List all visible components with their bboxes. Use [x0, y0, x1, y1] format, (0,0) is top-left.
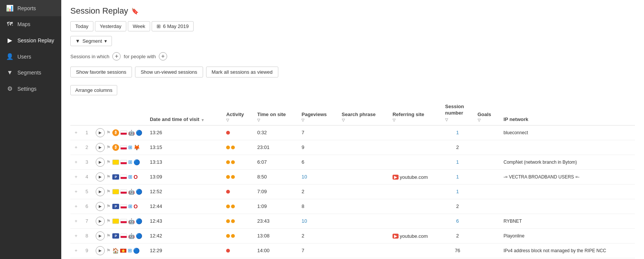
mark-all-viewed-button[interactable]: Mark all sessions as viewed — [206, 67, 278, 78]
filter-funnel-goals-icon: ▽ — [478, 118, 496, 122]
row-add-cell[interactable]: + — [70, 214, 82, 228]
week-button[interactable]: Week — [128, 21, 150, 31]
session-number-link[interactable]: 1 — [456, 189, 459, 194]
show-unviewed-button[interactable]: Show un-viewed sessions — [135, 67, 203, 78]
sidebar-item-session-replay[interactable]: ▶ Session Replay — [0, 32, 61, 48]
add-session-filter-button[interactable]: + — [112, 52, 121, 60]
referring-site-cell — [389, 140, 441, 155]
sidebar-item-settings[interactable]: ⚙ Settings — [0, 81, 61, 97]
flag-button[interactable]: ⚑ — [106, 189, 111, 194]
time-on-site-cell: 14:00 — [253, 243, 298, 258]
segment-dropdown-button[interactable]: ▼ Segment ▾ — [70, 36, 112, 46]
referring-site-cell — [389, 214, 441, 228]
flag-button[interactable]: ⚑ — [106, 144, 111, 150]
sidebar-item-maps[interactable]: 🗺 Maps — [0, 16, 61, 32]
reports-icon: 📊 — [6, 5, 14, 12]
ip-network-cell: blueconnect — [500, 125, 635, 140]
play-session-button[interactable]: ▶ — [96, 202, 105, 211]
row-add-cell[interactable]: + — [70, 155, 82, 169]
row-icons: 🤖🔵 — [112, 189, 142, 195]
chevron-down-icon: ▾ — [104, 38, 107, 44]
row-add-cell[interactable]: + — [70, 199, 82, 214]
sidebar: 📊 Reports 🗺 Maps ▶ Session Replay 👤 User… — [0, 0, 61, 259]
referring-site-cell: ▶youtube.com — [389, 169, 441, 184]
bookmark-icon[interactable]: 🔖 — [131, 8, 139, 15]
th-goals: Goals ▽ — [474, 101, 500, 125]
row-add-cell[interactable]: + — [70, 125, 82, 140]
date-time-cell: 13:09 — [146, 169, 222, 184]
date-picker-button[interactable]: ⊞ 6 May 2019 — [152, 21, 194, 31]
sidebar-item-reports[interactable]: 📊 Reports — [0, 0, 61, 16]
play-session-button[interactable]: ▶ — [96, 128, 105, 137]
activity-cell — [222, 243, 253, 258]
action-bar: Show favorite sessions Show un-viewed se… — [70, 67, 635, 78]
flag-button[interactable]: ⚑ — [106, 174, 111, 180]
row-controls-cell: ▶ ⚑ 🤖🔵 — [92, 184, 146, 199]
ip-network-cell — [500, 199, 635, 214]
row-icons: ₿🤖🔵 — [112, 129, 142, 136]
date-time-cell: 12:29 — [146, 243, 222, 258]
flag-button[interactable]: ⚑ — [106, 130, 111, 135]
row-add-cell[interactable]: + — [70, 140, 82, 155]
row-icons: ⊞🔵 — [112, 159, 140, 165]
segments-icon: ▼ — [6, 69, 14, 76]
date-time-cell: 12:52 — [146, 184, 222, 199]
session-number-link[interactable]: 1 — [456, 159, 459, 165]
play-session-button[interactable]: ▶ — [96, 143, 105, 152]
th-empty1 — [70, 101, 82, 125]
for-people-with-label: for people with — [124, 54, 156, 59]
row-add-cell[interactable]: + — [70, 228, 82, 243]
session-number-cell: 2 — [441, 199, 474, 214]
pageviews-value: 6 — [301, 159, 304, 165]
flag-button[interactable]: ⚑ — [106, 159, 111, 165]
today-button[interactable]: Today — [70, 21, 93, 31]
table-row: + 7 ▶ ⚑ 🤖🔵 12:43 23:43 10 6 RYBNET — [70, 214, 635, 228]
session-number-value: 2 — [456, 144, 459, 150]
sessions-table: Date and time of visit ▼ Activity ▽ Time… — [70, 101, 635, 258]
time-on-site-cell: 1:09 — [253, 199, 298, 214]
play-session-button[interactable]: ▶ — [96, 246, 105, 255]
flag-button[interactable]: ⚑ — [106, 218, 111, 224]
flag-button[interactable]: ⚑ — [106, 248, 111, 253]
pageviews-value: 8 — [301, 203, 304, 209]
date-bar: Today Yesterday Week ⊞ 6 May 2019 — [70, 21, 635, 31]
play-session-button[interactable]: ▶ — [96, 187, 105, 196]
session-number-cell: 1 — [441, 184, 474, 199]
referring-site-cell — [389, 243, 441, 258]
add-people-filter-button[interactable]: + — [159, 52, 167, 60]
activity-cell — [222, 155, 253, 169]
row-add-cell[interactable]: + — [70, 243, 82, 258]
flag-button[interactable]: ⚑ — [106, 203, 111, 209]
search-phrase-cell — [338, 155, 389, 169]
activity-cell — [222, 184, 253, 199]
goals-cell — [474, 228, 500, 243]
session-number-link[interactable]: 1 — [456, 130, 459, 135]
row-controls-cell: ▶ ⚑ ₿⊞🦊 — [92, 140, 146, 155]
flag-button[interactable]: ⚑ — [106, 233, 111, 239]
session-number-link[interactable]: 6 — [456, 218, 459, 224]
sidebar-item-users[interactable]: 👤 Users — [0, 48, 61, 65]
play-session-button[interactable]: ▶ — [96, 158, 105, 167]
activity-cell — [222, 125, 253, 140]
play-session-button[interactable]: ▶ — [96, 172, 105, 181]
goals-cell — [474, 184, 500, 199]
pageviews-link[interactable]: 10 — [301, 174, 307, 180]
session-number-link[interactable]: 1 — [456, 174, 459, 180]
yesterday-button[interactable]: Yesterday — [95, 21, 126, 31]
row-add-cell[interactable]: + — [70, 184, 82, 199]
row-number: 4 — [82, 169, 92, 184]
row-add-cell[interactable]: + — [70, 169, 82, 184]
row-controls-cell: ▶ ⚑ P⊞O — [92, 169, 146, 184]
arrange-columns-button[interactable]: Arrange columns — [70, 85, 117, 95]
pageviews-cell: 10 — [298, 214, 338, 228]
goals-cell — [474, 214, 500, 228]
ip-network-cell — [500, 184, 635, 199]
show-favorites-button[interactable]: Show favorite sessions — [70, 67, 132, 78]
sidebar-item-segments[interactable]: ▼ Segments — [0, 65, 61, 81]
play-session-button[interactable]: ▶ — [96, 217, 105, 226]
play-session-button[interactable]: ▶ — [96, 231, 105, 240]
table-row: + 8 ▶ ⚑ P🤖🔵 12:42 13:08 2 ▶youtube.com 2… — [70, 228, 635, 243]
row-icons: P⊞O — [112, 174, 138, 180]
pageviews-link[interactable]: 10 — [301, 218, 307, 224]
pageviews-cell: 6 — [298, 155, 338, 169]
